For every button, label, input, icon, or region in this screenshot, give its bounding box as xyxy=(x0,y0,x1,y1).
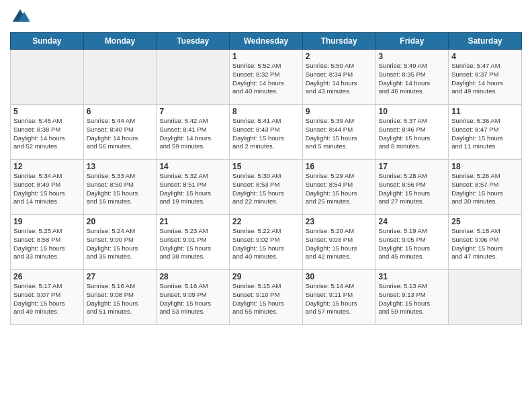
calendar-cell xyxy=(449,270,522,325)
week-row-3: 19Sunrise: 5:25 AM Sunset: 8:58 PM Dayli… xyxy=(11,215,522,270)
day-info: Sunrise: 5:32 AM Sunset: 8:51 PM Dayligh… xyxy=(159,172,226,206)
calendar-cell: 4Sunrise: 5:47 AM Sunset: 8:37 PM Daylig… xyxy=(449,50,522,105)
day-number: 19 xyxy=(13,217,81,226)
day-info: Sunrise: 5:19 AM Sunset: 9:05 PM Dayligh… xyxy=(379,227,446,261)
day-info: Sunrise: 5:20 AM Sunset: 9:03 PM Dayligh… xyxy=(306,227,373,261)
day-info: Sunrise: 5:22 AM Sunset: 9:02 PM Dayligh… xyxy=(232,227,300,261)
day-info: Sunrise: 5:36 AM Sunset: 8:47 PM Dayligh… xyxy=(451,117,519,151)
calendar-cell: 1Sunrise: 5:52 AM Sunset: 8:32 PM Daylig… xyxy=(230,50,303,105)
day-info: Sunrise: 5:18 AM Sunset: 9:06 PM Dayligh… xyxy=(451,227,519,261)
calendar-cell: 22Sunrise: 5:22 AM Sunset: 9:02 PM Dayli… xyxy=(230,215,303,270)
day-info: Sunrise: 5:16 AM Sunset: 9:09 PM Dayligh… xyxy=(159,282,226,316)
day-number: 22 xyxy=(232,217,300,226)
calendar-cell: 5Sunrise: 5:45 AM Sunset: 8:38 PM Daylig… xyxy=(11,105,84,160)
calendar-cell: 7Sunrise: 5:42 AM Sunset: 8:41 PM Daylig… xyxy=(157,105,230,160)
day-number: 13 xyxy=(87,162,154,171)
calendar-cell: 20Sunrise: 5:24 AM Sunset: 9:00 PM Dayli… xyxy=(83,215,157,270)
week-row-1: 5Sunrise: 5:45 AM Sunset: 8:38 PM Daylig… xyxy=(11,105,522,160)
calendar-cell: 3Sunrise: 5:49 AM Sunset: 8:35 PM Daylig… xyxy=(375,50,449,105)
day-info: Sunrise: 5:30 AM Sunset: 8:53 PM Dayligh… xyxy=(232,172,300,206)
calendar-cell: 19Sunrise: 5:25 AM Sunset: 8:58 PM Dayli… xyxy=(11,215,84,270)
day-number: 16 xyxy=(306,162,373,171)
day-number: 25 xyxy=(451,217,519,226)
day-info: Sunrise: 5:16 AM Sunset: 9:08 PM Dayligh… xyxy=(87,282,154,316)
day-info: Sunrise: 5:29 AM Sunset: 8:54 PM Dayligh… xyxy=(306,172,373,206)
calendar-cell: 26Sunrise: 5:17 AM Sunset: 9:07 PM Dayli… xyxy=(11,270,84,325)
day-info: Sunrise: 5:42 AM Sunset: 8:41 PM Dayligh… xyxy=(159,117,226,151)
day-info: Sunrise: 5:34 AM Sunset: 8:49 PM Dayligh… xyxy=(13,172,81,206)
calendar-cell: 21Sunrise: 5:23 AM Sunset: 9:01 PM Dayli… xyxy=(157,215,230,270)
calendar-cell: 24Sunrise: 5:19 AM Sunset: 9:05 PM Dayli… xyxy=(375,215,449,270)
calendar-cell: 31Sunrise: 5:13 AM Sunset: 9:13 PM Dayli… xyxy=(375,270,449,325)
day-info: Sunrise: 5:14 AM Sunset: 9:11 PM Dayligh… xyxy=(306,282,373,316)
day-info: Sunrise: 5:37 AM Sunset: 8:46 PM Dayligh… xyxy=(379,117,446,151)
day-info: Sunrise: 5:13 AM Sunset: 9:13 PM Dayligh… xyxy=(379,282,446,316)
day-number: 4 xyxy=(451,52,519,61)
calendar-cell: 10Sunrise: 5:37 AM Sunset: 8:46 PM Dayli… xyxy=(375,105,449,160)
day-number: 8 xyxy=(232,107,300,116)
day-info: Sunrise: 5:33 AM Sunset: 8:50 PM Dayligh… xyxy=(87,172,154,206)
day-number: 23 xyxy=(306,217,373,226)
calendar-cell: 9Sunrise: 5:39 AM Sunset: 8:44 PM Daylig… xyxy=(302,105,375,160)
day-info: Sunrise: 5:15 AM Sunset: 9:10 PM Dayligh… xyxy=(232,282,300,316)
day-number: 3 xyxy=(379,52,446,61)
day-info: Sunrise: 5:26 AM Sunset: 8:57 PM Dayligh… xyxy=(451,172,519,206)
day-number: 18 xyxy=(451,162,519,171)
day-number: 5 xyxy=(13,107,81,116)
calendar-cell: 8Sunrise: 5:41 AM Sunset: 8:43 PM Daylig… xyxy=(230,105,303,160)
day-info: Sunrise: 5:39 AM Sunset: 8:44 PM Dayligh… xyxy=(306,117,373,151)
calendar-cell: 15Sunrise: 5:30 AM Sunset: 8:53 PM Dayli… xyxy=(230,160,303,215)
day-number: 14 xyxy=(159,162,226,171)
day-number: 29 xyxy=(232,272,300,281)
day-info: Sunrise: 5:52 AM Sunset: 8:32 PM Dayligh… xyxy=(232,62,300,96)
day-number: 17 xyxy=(379,162,446,171)
day-number: 31 xyxy=(379,272,446,281)
day-info: Sunrise: 5:50 AM Sunset: 8:34 PM Dayligh… xyxy=(306,62,373,96)
day-number: 30 xyxy=(306,272,373,281)
calendar-cell: 18Sunrise: 5:26 AM Sunset: 8:57 PM Dayli… xyxy=(449,160,522,215)
header-row: SundayMondayTuesdayWednesdayThursdayFrid… xyxy=(11,33,522,50)
calendar-cell: 6Sunrise: 5:44 AM Sunset: 8:40 PM Daylig… xyxy=(83,105,157,160)
calendar-cell: 29Sunrise: 5:15 AM Sunset: 9:10 PM Dayli… xyxy=(230,270,303,325)
day-number: 11 xyxy=(451,107,519,116)
calendar-cell: 14Sunrise: 5:32 AM Sunset: 8:51 PM Dayli… xyxy=(157,160,230,215)
calendar-cell xyxy=(83,50,157,105)
calendar-cell xyxy=(157,50,230,105)
day-number: 26 xyxy=(13,272,81,281)
day-header-friday: Friday xyxy=(375,33,449,50)
calendar-cell: 23Sunrise: 5:20 AM Sunset: 9:03 PM Dayli… xyxy=(302,215,375,270)
day-info: Sunrise: 5:44 AM Sunset: 8:40 PM Dayligh… xyxy=(87,117,154,151)
calendar-cell xyxy=(11,50,84,105)
day-number: 15 xyxy=(232,162,300,171)
week-row-2: 12Sunrise: 5:34 AM Sunset: 8:49 PM Dayli… xyxy=(11,160,522,215)
day-info: Sunrise: 5:25 AM Sunset: 8:58 PM Dayligh… xyxy=(13,227,81,261)
logo-icon xyxy=(10,7,30,27)
day-info: Sunrise: 5:17 AM Sunset: 9:07 PM Dayligh… xyxy=(13,282,81,316)
week-row-4: 26Sunrise: 5:17 AM Sunset: 9:07 PM Dayli… xyxy=(11,270,522,325)
calendar-cell: 27Sunrise: 5:16 AM Sunset: 9:08 PM Dayli… xyxy=(83,270,157,325)
day-number: 12 xyxy=(13,162,81,171)
day-number: 7 xyxy=(159,107,226,116)
day-number: 9 xyxy=(306,107,373,116)
day-info: Sunrise: 5:23 AM Sunset: 9:01 PM Dayligh… xyxy=(159,227,226,261)
day-info: Sunrise: 5:49 AM Sunset: 8:35 PM Dayligh… xyxy=(379,62,446,96)
day-number: 2 xyxy=(306,52,373,61)
day-number: 10 xyxy=(379,107,446,116)
day-info: Sunrise: 5:41 AM Sunset: 8:43 PM Dayligh… xyxy=(232,117,300,151)
day-number: 20 xyxy=(87,217,154,226)
calendar-cell: 25Sunrise: 5:18 AM Sunset: 9:06 PM Dayli… xyxy=(449,215,522,270)
day-info: Sunrise: 5:28 AM Sunset: 8:56 PM Dayligh… xyxy=(379,172,446,206)
calendar: SundayMondayTuesdayWednesdayThursdayFrid… xyxy=(10,32,522,325)
calendar-cell: 12Sunrise: 5:34 AM Sunset: 8:49 PM Dayli… xyxy=(11,160,84,215)
day-header-sunday: Sunday xyxy=(11,33,84,50)
day-info: Sunrise: 5:24 AM Sunset: 9:00 PM Dayligh… xyxy=(87,227,154,261)
day-number: 24 xyxy=(379,217,446,226)
day-number: 27 xyxy=(87,272,154,281)
logo xyxy=(10,7,32,27)
day-info: Sunrise: 5:47 AM Sunset: 8:37 PM Dayligh… xyxy=(451,62,519,96)
page: SundayMondayTuesdayWednesdayThursdayFrid… xyxy=(0,0,532,411)
day-header-monday: Monday xyxy=(83,33,157,50)
header xyxy=(10,7,522,27)
day-number: 1 xyxy=(232,52,300,61)
calendar-cell: 28Sunrise: 5:16 AM Sunset: 9:09 PM Dayli… xyxy=(157,270,230,325)
